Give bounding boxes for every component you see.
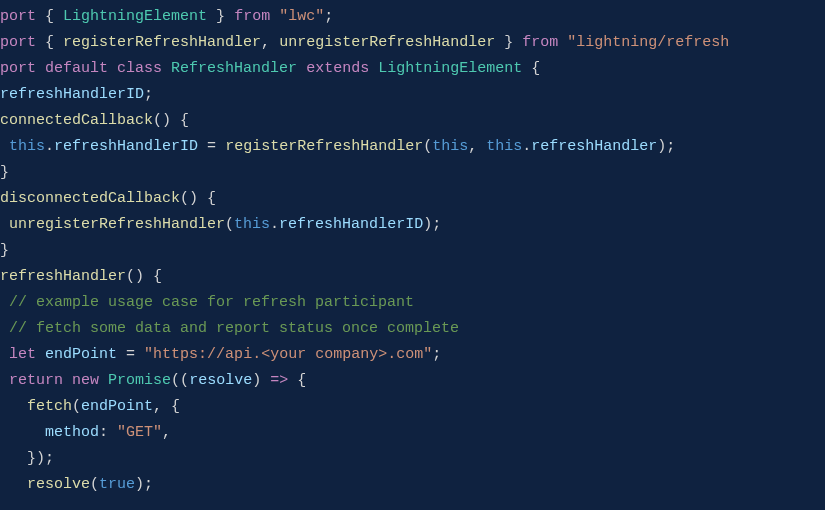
code-line: // example usage case for refresh partic… — [0, 290, 825, 316]
code-block: port { LightningElement } from "lwc"; po… — [0, 4, 825, 498]
code-line: let endPoint = "https://api.<your compan… — [0, 342, 825, 368]
code-line: refreshHandler() { — [0, 264, 825, 290]
code-line: refreshHandlerID; — [0, 82, 825, 108]
code-line: return new Promise((resolve) => { — [0, 368, 825, 394]
code-line: unregisterRefreshHandler(this.refreshHan… — [0, 212, 825, 238]
code-line: port default class RefreshHandler extend… — [0, 56, 825, 82]
code-line: resolve(true); — [0, 472, 825, 498]
code-line: disconnectedCallback() { — [0, 186, 825, 212]
code-line: method: "GET", — [0, 420, 825, 446]
code-line: }); — [0, 446, 825, 472]
code-line: connectedCallback() { — [0, 108, 825, 134]
code-line: port { registerRefreshHandler, unregiste… — [0, 30, 825, 56]
code-line: } — [0, 160, 825, 186]
code-line: } — [0, 238, 825, 264]
code-line: this.refreshHandlerID = registerRefreshH… — [0, 134, 825, 160]
code-line: port { LightningElement } from "lwc"; — [0, 4, 825, 30]
code-line: fetch(endPoint, { — [0, 394, 825, 420]
code-line: // fetch some data and report status onc… — [0, 316, 825, 342]
